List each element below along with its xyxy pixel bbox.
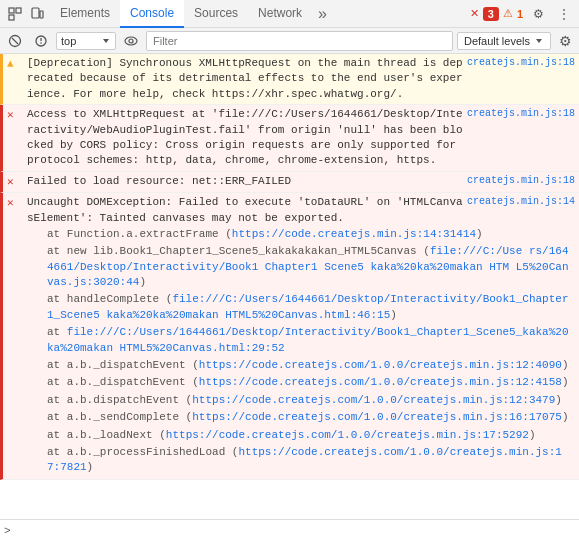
tab-list: Elements Console Sources Network » bbox=[50, 0, 333, 28]
svg-point-12 bbox=[129, 39, 133, 43]
log-levels-selector[interactable]: Default levels bbox=[457, 32, 551, 50]
stacktrace-line-3-5: at a.b._dispatchEvent (https://code.crea… bbox=[47, 374, 575, 391]
entry-content-1: Access to XMLHttpRequest at 'file:///C:/… bbox=[27, 107, 575, 169]
stacktrace-link-3-2[interactable]: file:///C:/Users/1644661/Desktop/Interac… bbox=[47, 293, 569, 320]
error-entry-icon: ✕ bbox=[7, 108, 23, 123]
console-settings-button[interactable]: ⚙ bbox=[555, 31, 575, 51]
tab-console-label: Console bbox=[130, 6, 174, 20]
entry-text-1: Access to XMLHttpRequest at 'file:///C:/… bbox=[27, 107, 463, 169]
stacktrace-link-3-7[interactable]: https://code.createjs.com/1.0.0/createjs… bbox=[192, 411, 562, 423]
error-icon: ✕ bbox=[470, 7, 479, 20]
svg-rect-3 bbox=[32, 8, 39, 18]
stacktrace-link-3-3[interactable]: file:///C:/Users/1644661/Desktop/Interac… bbox=[47, 326, 569, 353]
stacktrace-line-3-9: at a.b._processFinishedLoad (https://cod… bbox=[47, 444, 575, 477]
stacktrace-link-3-5[interactable]: https://code.createjs.com/1.0.0/createjs… bbox=[199, 376, 562, 388]
stacktrace-link-3-1[interactable]: file:///C:/Use rs/1644661/Desktop/Intera… bbox=[47, 245, 569, 288]
inspect-element-button[interactable] bbox=[4, 3, 26, 25]
error-badge: 3 bbox=[483, 7, 499, 21]
console-output: ▲[Deprecation] Synchronous XMLHttpReques… bbox=[0, 54, 579, 519]
tab-elements[interactable]: Elements bbox=[50, 0, 120, 28]
entry-row-2: Failed to load resource: net::ERR_FAILED… bbox=[27, 174, 575, 189]
stacktrace-3: at Function.a.extractFrame (https://code… bbox=[27, 226, 575, 477]
console-entry-1: ✕Access to XMLHttpRequest at 'file:///C:… bbox=[0, 105, 579, 172]
stacktrace-line-3-0: at Function.a.extractFrame (https://code… bbox=[47, 226, 575, 243]
tab-elements-label: Elements bbox=[60, 6, 110, 20]
warning-badge: 1 bbox=[517, 8, 523, 20]
svg-line-6 bbox=[12, 38, 18, 44]
stacktrace-link-3-0[interactable]: https://code.createjs.min.js:14:31414 bbox=[232, 228, 476, 240]
tab-sources[interactable]: Sources bbox=[184, 0, 248, 28]
toolbar-right: ✕ 3 ⚠ 1 ⚙ ⋮ bbox=[470, 3, 575, 25]
svg-rect-4 bbox=[40, 11, 43, 18]
tab-sources-label: Sources bbox=[194, 6, 238, 20]
entry-text-0: [Deprecation] Synchronous XMLHttpRequest… bbox=[27, 56, 463, 102]
stacktrace-link-3-4[interactable]: https://code.createjs.com/1.0.0/createjs… bbox=[199, 359, 562, 371]
stacktrace-line-3-1: at new lib.Book1_Chapter1_Scene5_kakakak… bbox=[47, 243, 575, 291]
svg-rect-0 bbox=[9, 8, 14, 13]
console-entry-3: ✕Uncaught DOMException: Failed to execut… bbox=[0, 193, 579, 480]
console-input[interactable] bbox=[17, 525, 575, 537]
stacktrace-line-3-3: at file:///C:/Users/1644661/Desktop/Inte… bbox=[47, 324, 575, 357]
clear-console-button[interactable] bbox=[4, 30, 26, 52]
entry-location-0[interactable]: createjs.min.js:18 bbox=[467, 56, 575, 70]
entry-location-3[interactable]: createjs.min.js:14 bbox=[467, 195, 575, 209]
console-input-bar: > bbox=[0, 519, 579, 541]
error-entry-icon: ✕ bbox=[7, 175, 23, 190]
console-entry-2: ✕Failed to load resource: net::ERR_FAILE… bbox=[0, 172, 579, 193]
stacktrace-link-3-8[interactable]: https://code.createjs.com/1.0.0/createjs… bbox=[166, 429, 529, 441]
top-toolbar: Elements Console Sources Network » ✕ 3 ⚠… bbox=[0, 0, 579, 28]
entry-content-3: Uncaught DOMException: Failed to execute… bbox=[27, 195, 575, 477]
console-prompt: > bbox=[4, 525, 11, 537]
console-entry-0: ▲[Deprecation] Synchronous XMLHttpReques… bbox=[0, 54, 579, 105]
warning-icon: ⚠ bbox=[503, 7, 513, 20]
stacktrace-link-3-9[interactable]: https://code.createjs.com/1.0.0/createjs… bbox=[47, 446, 562, 473]
more-options-button[interactable]: ⋮ bbox=[553, 3, 575, 25]
stacktrace-line-3-8: at a.b._loadNext (https://code.createjs.… bbox=[47, 427, 575, 444]
device-toolbar-button[interactable] bbox=[26, 3, 48, 25]
warning-entry-icon: ▲ bbox=[7, 57, 23, 72]
svg-point-11 bbox=[125, 37, 137, 45]
entry-location-2[interactable]: createjs.min.js:18 bbox=[467, 174, 575, 188]
levels-label: Default levels bbox=[464, 35, 530, 47]
settings-button[interactable]: ⚙ bbox=[527, 3, 549, 25]
entry-location-1[interactable]: createjs.min.js:18 bbox=[467, 107, 575, 121]
entry-text-3: Uncaught DOMException: Failed to execute… bbox=[27, 195, 463, 226]
context-selector[interactable]: top bbox=[56, 32, 116, 50]
entry-row-1: Access to XMLHttpRequest at 'file:///C:/… bbox=[27, 107, 575, 169]
svg-rect-1 bbox=[16, 8, 21, 13]
context-value: top bbox=[61, 35, 101, 47]
entry-row-0: [Deprecation] Synchronous XMLHttpRequest… bbox=[27, 56, 575, 102]
entry-text-2: Failed to load resource: net::ERR_FAILED bbox=[27, 174, 463, 189]
stacktrace-line-3-7: at a.b._sendComplete (https://code.creat… bbox=[47, 409, 575, 426]
second-toolbar: top Default levels ⚙ bbox=[0, 28, 579, 54]
svg-marker-10 bbox=[103, 39, 109, 43]
stacktrace-line-3-4: at a.b._dispatchEvent (https://code.crea… bbox=[47, 357, 575, 374]
tab-console[interactable]: Console bbox=[120, 0, 184, 28]
stacktrace-link-3-6[interactable]: https://code.createjs.com/1.0.0/createjs… bbox=[192, 394, 555, 406]
svg-point-9 bbox=[40, 42, 42, 44]
filter-input[interactable] bbox=[146, 31, 453, 51]
more-tabs-button[interactable]: » bbox=[312, 5, 333, 23]
error-entry-icon: ✕ bbox=[7, 196, 23, 211]
eye-button[interactable] bbox=[120, 30, 142, 52]
tab-network-label: Network bbox=[258, 6, 302, 20]
entry-row-3: Uncaught DOMException: Failed to execute… bbox=[27, 195, 575, 226]
stacktrace-line-3-6: at a.b.dispatchEvent (https://code.creat… bbox=[47, 392, 575, 409]
entry-content-2: Failed to load resource: net::ERR_FAILED… bbox=[27, 174, 575, 189]
svg-marker-13 bbox=[536, 39, 542, 43]
entry-content-0: [Deprecation] Synchronous XMLHttpRequest… bbox=[27, 56, 575, 102]
stacktrace-line-3-2: at handleComplete (file:///C:/Users/1644… bbox=[47, 291, 575, 324]
preserve-log-button[interactable] bbox=[30, 30, 52, 52]
tab-network[interactable]: Network bbox=[248, 0, 312, 28]
svg-rect-2 bbox=[9, 15, 14, 20]
